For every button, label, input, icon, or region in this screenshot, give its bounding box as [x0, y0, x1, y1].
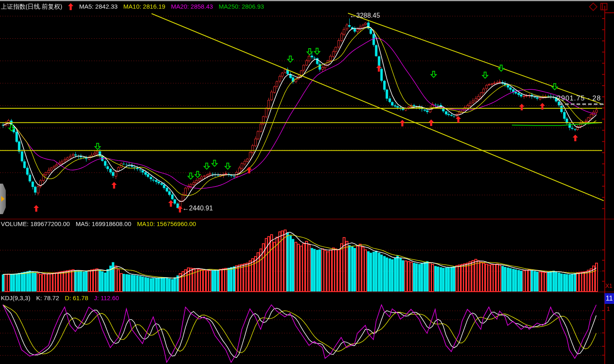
kdj-legend: KDJ(9,3,3) K: 78.72 D: 61.78 J: 112.60	[1, 294, 125, 302]
up-arrow-icon	[68, 3, 73, 10]
ma250-value: MA250: 2806.93	[219, 2, 264, 11]
chart-canvas	[0, 0, 614, 364]
window-top-edge	[0, 0, 614, 1]
expand-arrow-icon	[1, 196, 5, 202]
window-layout-icon-bar	[602, 4, 603, 9]
kdj-axis-label: 1	[607, 305, 610, 312]
volume-value: VOLUME: 189677200.00	[1, 220, 70, 228]
kdj-j-value: J: 112.60	[94, 294, 119, 302]
ma5-value: MA5: 2842.33	[79, 2, 117, 11]
peak-price-label: ←3288.45	[350, 12, 380, 19]
kdj-axis-top-badge: 11	[605, 293, 614, 304]
chart-app-window: 上证指数(日线.前复权) MA5: 2842.33 MA10: 2816.19 …	[0, 0, 614, 364]
price-range-label: 2901.75 - 28	[557, 94, 601, 103]
volume-ma5-value: MA5: 169918608.00	[76, 220, 131, 228]
window-layout-icon[interactable]	[600, 3, 607, 10]
kdj-k-value: K: 78.72	[36, 294, 59, 302]
diamond-icon[interactable]	[589, 2, 598, 11]
kdj-d-value: D: 61.78	[65, 294, 89, 302]
ma20-value: MA20: 2858.43	[171, 2, 213, 11]
volume-unit-label: X1	[605, 282, 612, 289]
volume-ma10-value: MA10: 156756960.00	[137, 220, 196, 228]
page-title: 上证指数(日线.前复权)	[1, 2, 62, 11]
trough-price-label: ←2440.91	[182, 205, 213, 212]
titlebar-icons	[590, 3, 607, 10]
ma10-value: MA10: 2816.19	[124, 2, 166, 11]
kdj-name: KDJ(9,3,3)	[1, 294, 30, 302]
main-legend: 上证指数(日线.前复权) MA5: 2842.33 MA10: 2816.19 …	[1, 2, 270, 11]
volume-legend: VOLUME: 189677200.00 MA5: 169918608.00 M…	[1, 220, 202, 228]
